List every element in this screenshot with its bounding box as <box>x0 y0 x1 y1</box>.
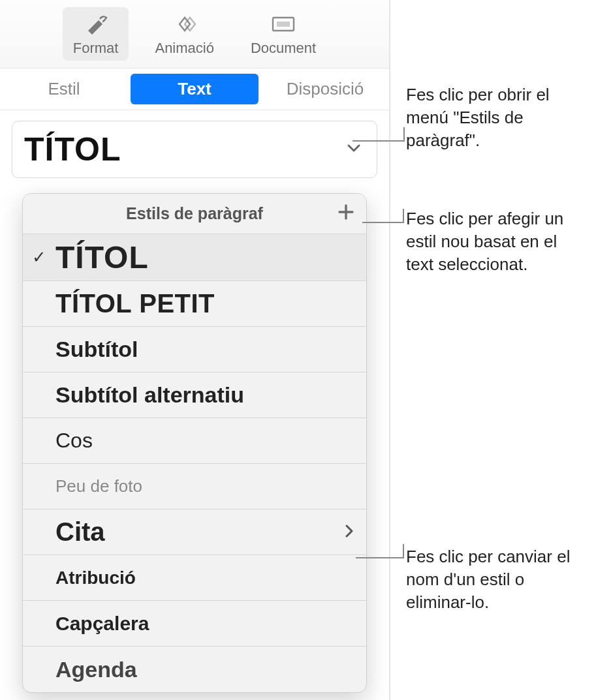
style-item-cos[interactable]: Cos <box>23 418 366 464</box>
style-item-títol[interactable]: ✓TÍTOL <box>23 234 366 281</box>
callout-line-rename-delete <box>356 557 403 558</box>
callout-open-menu: Fes clic per obrir el menú "Estils de pa… <box>406 84 589 152</box>
chevron-down-icon <box>345 140 362 159</box>
style-item-label: Cita <box>55 517 105 547</box>
style-list: ✓TÍTOLTÍTOL PETITSubtítolSubtítol altern… <box>23 234 366 692</box>
document-tab[interactable]: Document <box>240 7 326 61</box>
style-item-label: Agenda <box>55 657 137 682</box>
style-item-títol-petit[interactable]: TÍTOL PETIT <box>23 281 366 327</box>
diamond-icon <box>170 12 199 36</box>
chevron-right-icon[interactable] <box>344 523 354 541</box>
style-item-label: TÍTOL <box>55 239 149 275</box>
format-label: Format <box>73 40 119 57</box>
style-item-cita[interactable]: Cita <box>23 510 366 555</box>
style-item-label: Subtítol <box>55 337 138 362</box>
popover-title: Estils de paràgraf <box>23 194 366 234</box>
svg-rect-1 <box>277 22 290 27</box>
inspector-toolbar: Format Animació Document <box>0 0 389 68</box>
subtab-style[interactable]: Estil <box>0 70 128 108</box>
slide-icon <box>269 12 298 36</box>
animation-label: Animació <box>155 40 213 57</box>
style-item-label: Peu de foto <box>55 476 142 496</box>
style-item-subtítol[interactable]: Subtítol <box>23 327 366 373</box>
style-item-label: Subtítol alternatiu <box>55 382 244 408</box>
animation-tab[interactable]: Animació <box>144 7 224 61</box>
inspector-panel: Format Animació Document Estil Text <box>0 0 390 700</box>
format-tab[interactable]: Format <box>63 7 129 61</box>
style-item-agenda[interactable]: Agenda <box>23 647 366 692</box>
style-item-label: Capçalera <box>55 613 149 635</box>
add-style-button[interactable] <box>336 202 356 226</box>
style-item-label: TÍTOL PETIT <box>55 289 215 318</box>
style-item-subtítol-alternatiu[interactable]: Subtítol alternatiu <box>23 373 366 418</box>
document-label: Document <box>251 40 316 57</box>
style-item-label: Atribució <box>55 568 136 588</box>
current-style-label: TÍTOL <box>24 130 121 168</box>
callout-rename-delete: Fes clic per canviar el nom d'un estil o… <box>406 545 589 614</box>
callout-line-open-menu <box>353 140 403 142</box>
brush-icon <box>82 12 110 36</box>
callout-line-add-style <box>362 222 403 223</box>
callout-add-style: Fes clic per afegir un estil nou basat e… <box>406 207 589 276</box>
style-item-capçalera[interactable]: Capçalera <box>23 601 366 647</box>
paragraph-style-dropdown[interactable]: TÍTOL <box>12 121 377 178</box>
checkmark-icon: ✓ <box>32 247 46 267</box>
style-item-label: Cos <box>55 429 93 453</box>
paragraph-styles-popover: Estils de paràgraf ✓TÍTOLTÍTOL PETITSubt… <box>22 193 367 693</box>
style-item-atribució[interactable]: Atribució <box>23 555 366 601</box>
format-subtabs: Estil Text Disposició <box>0 68 389 110</box>
subtab-layout[interactable]: Disposició <box>261 70 389 108</box>
subtab-text[interactable]: Text <box>131 74 259 104</box>
style-item-peu-de-foto[interactable]: Peu de foto <box>23 464 366 510</box>
